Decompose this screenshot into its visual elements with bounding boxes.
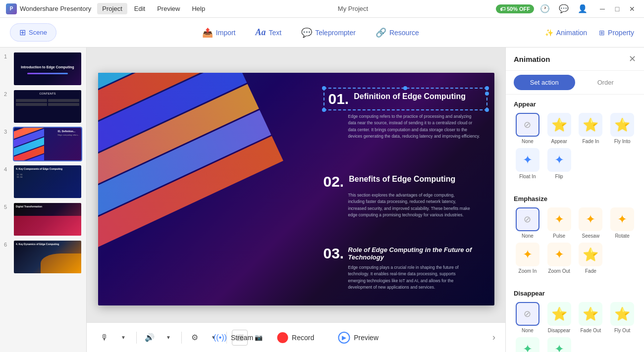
anim-none-emphasize-label: None [522, 233, 534, 239]
slide-number-1: 1 [4, 51, 10, 59]
slide-thumb-6[interactable]: 4. Key Dynamics of Edge Computing [13, 240, 82, 274]
minimize-button[interactable]: ─ [596, 3, 608, 15]
anim-disappear[interactable]: ⭐ Disappear [545, 302, 573, 333]
menu-project[interactable]: Project [97, 3, 127, 14]
panel-close-button[interactable]: ✕ [629, 53, 636, 64]
sec03-title: Role of Edge Computing in the Future of … [348, 246, 487, 261]
anim-fade-in-label: Fade In [582, 139, 599, 144]
slide-thumb-4[interactable]: 4. Key Components of Edge Computing 01. … [13, 164, 82, 199]
discount-badge[interactable]: 🏷 50% OFF [496, 4, 534, 13]
section-01[interactable]: 01. Definition of Edge Computing Edge co… [323, 88, 487, 140]
slide-number-3: 3 [4, 127, 10, 135]
section-02[interactable]: 02. Benefits of Edge Computing This sect… [323, 174, 487, 219]
list-item[interactable]: 2 CONTENTS [4, 89, 82, 124]
menu-help[interactable]: Help [187, 3, 210, 14]
anim-float-in-icon: ✦ [516, 148, 539, 172]
toolbar-item-property[interactable]: ⊞ Property [599, 29, 634, 37]
toolbar-item-teleprompter[interactable]: 💬 Teleprompter [301, 27, 356, 38]
toolbar-right: ✨ Animation ⊞ Property [545, 29, 634, 37]
record-action[interactable]: Record [271, 329, 320, 346]
sec01-header: 01. Definition of Edge Computing [328, 92, 483, 106]
record-icon [277, 332, 288, 343]
anim-disappear-icon: ⭐ [547, 302, 571, 326]
anim-fade-out[interactable]: ⭐ Fade Out [577, 302, 605, 333]
disappear-label: Disappear [514, 290, 636, 297]
slide-number-5: 5 [4, 202, 10, 210]
user-icon[interactable]: 👤 [576, 2, 590, 16]
toolbar-item-animation[interactable]: ✨ Animation [545, 29, 587, 37]
anim-none-appear[interactable]: ⊘ None [514, 113, 541, 144]
bottom-center-actions: ((•)) Stream Record ▶ Preview [208, 329, 384, 347]
logo-icon: P [6, 3, 17, 14]
slide-thumb-1[interactable]: Introduction to Edge Computing [13, 51, 82, 86]
maximize-button[interactable]: □ [611, 3, 623, 15]
anim-zoom-in-label: Zoom In [519, 268, 537, 274]
selection-handle-bl [322, 108, 326, 112]
close-button[interactable]: ✕ [626, 3, 638, 15]
mic-dropdown-button[interactable]: ▼ [115, 330, 131, 346]
anim-fly-out-icon: ⭐ [610, 302, 634, 326]
list-item[interactable]: 5 Digital Transformation [4, 202, 82, 237]
toolbar-item-resource[interactable]: 🔗 Resource [376, 27, 419, 38]
anim-flip-appear[interactable]: ✦ Flip [545, 148, 573, 179]
menu-preview[interactable]: Preview [152, 3, 185, 14]
menu-edit[interactable]: Edit [129, 3, 150, 14]
anim-none-disappear-icon: ⊘ [516, 302, 539, 326]
anim-flip-disappear-icon: ✦ [547, 337, 571, 352]
preview-action[interactable]: ▶ Preview [332, 329, 384, 347]
list-item[interactable]: 6 4. Key Dynamics of Edge Computing [4, 240, 82, 274]
anim-fly-out[interactable]: ⭐ Fly Out [608, 302, 636, 333]
selection-handle-tl [322, 86, 326, 90]
volume-button[interactable]: 🔊 [142, 330, 158, 346]
chat-icon[interactable]: 💬 [557, 2, 571, 16]
anim-none-disappear-label: None [522, 328, 534, 333]
stream-icon: ((•)) [214, 333, 227, 342]
tab-set-action[interactable]: Set action [514, 75, 575, 90]
anim-zoom-out[interactable]: ✦ Zoom Out [545, 243, 573, 274]
settings-button[interactable]: ⚙ [187, 330, 203, 346]
anim-zoom-out-label: Zoom Out [548, 268, 570, 274]
anim-fly-into[interactable]: ⭐ Fly Into [608, 113, 636, 144]
scene-label: Scene [29, 29, 47, 36]
anim-float-in[interactable]: ✦ Float In [514, 148, 541, 179]
anim-none-emphasize[interactable]: ⊘ None [514, 207, 541, 239]
anim-fade-in[interactable]: ⭐ Fade In [577, 113, 605, 144]
anim-fade-emphasize[interactable]: ⭐ Fade [577, 243, 605, 274]
animation-label: Animation [556, 29, 587, 37]
anim-flip-disappear[interactable]: ✦ Flip [545, 337, 573, 352]
anim-pulse[interactable]: ✦ Pulse [545, 207, 573, 239]
clock-icon[interactable]: 🕐 [538, 2, 552, 16]
anim-rotate[interactable]: ✦ Rotate [608, 207, 636, 239]
sec02-body: This section explores the advantages of … [348, 192, 487, 219]
app-logo: P Wondershare Presentory [6, 3, 91, 14]
anim-none-disappear[interactable]: ⊘ None [514, 302, 541, 333]
slide-thumb-3[interactable]: 01. Definition... Edge computing refers.… [13, 127, 82, 161]
anim-seesaw[interactable]: ✦ Seesaw [577, 207, 605, 239]
toolbar-item-import[interactable]: 📤 Import [202, 27, 236, 38]
nav-next-button[interactable]: › [492, 332, 495, 343]
anim-fade-out-label: Fade Out [581, 328, 601, 333]
anim-float-out[interactable]: ✦ Float Out [514, 337, 541, 352]
text-icon: Aa [256, 27, 266, 38]
section-03[interactable]: 03. Role of Edge Computing in the Future… [323, 246, 487, 292]
anim-appear[interactable]: ⭐ Appear [545, 113, 573, 144]
toolbar-item-text[interactable]: Aa Text [256, 27, 282, 38]
list-item[interactable]: 1 Introduction to Edge Computing [4, 51, 82, 86]
anim-seesaw-label: Seesaw [582, 233, 600, 239]
microphone-button[interactable]: 🎙 [97, 330, 112, 346]
slide-thumb-2[interactable]: CONTENTS [13, 89, 82, 124]
list-item[interactable]: 4 4. Key Components of Edge Computing 01… [4, 164, 82, 199]
project-title: My Project [210, 5, 496, 12]
stream-action[interactable]: ((•)) Stream [208, 330, 259, 345]
slides-panel: 1 Introduction to Edge Computing 2 CONTE… [0, 48, 87, 352]
anim-none-appear-icon: ⊘ [516, 113, 539, 137]
tab-order[interactable]: Order [575, 75, 637, 90]
scene-button[interactable]: ⊞ Scene [10, 23, 56, 42]
vol-dropdown-button[interactable]: ▼ [161, 330, 176, 346]
resource-label: Resource [389, 29, 419, 37]
anim-zoom-in-icon: ✦ [516, 243, 539, 266]
slide-thumb-5[interactable]: Digital Transformation [13, 202, 82, 237]
list-item[interactable]: 3 01. Definition... Edge c [4, 127, 82, 161]
slide-number-6: 6 [4, 240, 10, 248]
anim-zoom-in[interactable]: ✦ Zoom In [514, 243, 541, 274]
